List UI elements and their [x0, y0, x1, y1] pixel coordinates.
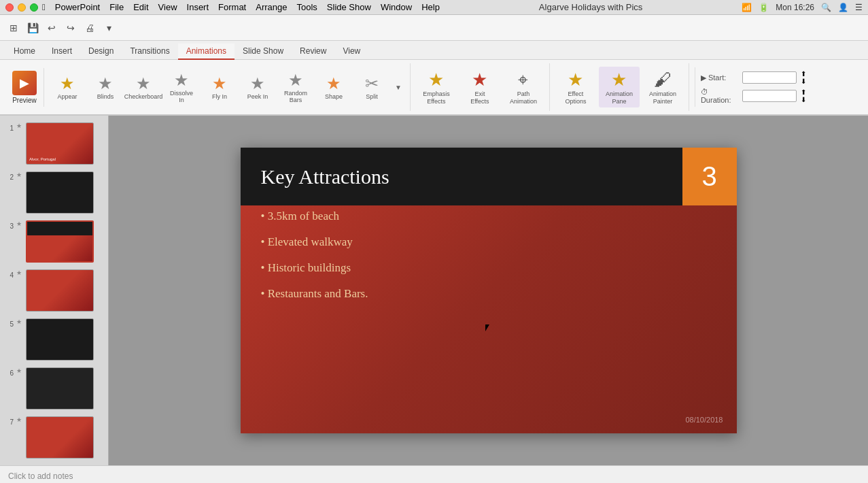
notes-area[interactable]: Click to add notes [0, 465, 868, 483]
bullet-2: Elevated walkway [261, 235, 368, 250]
tab-view[interactable]: View [334, 44, 368, 60]
main-area: 1 ★ Alvor, Portugal 2 ★ 3 ★ 4 ★ [0, 116, 868, 465]
effect-options-btn[interactable]: ★ EffectOptions [555, 67, 596, 108]
anim-randombars-btn[interactable]: ★ Random Bars [278, 69, 313, 105]
ribbon-tab-bar: Home Insert Design Transitions Animation… [0, 41, 868, 60]
slide-thumb-7[interactable]: 7 ★ [3, 415, 105, 460]
main-slide[interactable]: Key Attractions 3 3.5km of beach Elevate… [241, 148, 737, 433]
start-input[interactable] [742, 71, 797, 84]
fullscreen-button[interactable] [30, 3, 38, 12]
start-label: ▶ Start: [701, 73, 738, 82]
animation-painter-label: AnimationPainter [649, 90, 676, 105]
anim-appear-btn[interactable]: ★ Appear [50, 73, 85, 101]
start-stepper[interactable]: ⬆⬇ [801, 70, 806, 85]
document-title: Algarve Holidays with Pics [539, 2, 642, 12]
duration-row: ⏱ Duration: ⬆⬇ [701, 88, 806, 104]
dissolvein-label: Dissolve In [167, 90, 196, 103]
slide-panel: 1 ★ Alvor, Portugal 2 ★ 3 ★ 4 ★ [0, 116, 109, 465]
anim-checkerboard-btn[interactable]: ★ Checkerboard [126, 73, 161, 101]
peekin-label: Peek In [247, 93, 268, 100]
slide-img-4[interactable] [26, 269, 94, 312]
menu-file[interactable]: File [109, 2, 124, 12]
tab-design[interactable]: Design [80, 44, 122, 60]
mouse-cursor [485, 324, 493, 333]
sidebar-toggle-btn[interactable]: ⊞ [5, 20, 22, 36]
slide-img-2[interactable] [26, 171, 94, 214]
anim-scroll-down[interactable]: ▼ [392, 82, 404, 93]
canvas-area[interactable]: Key Attractions 3 3.5km of beach Elevate… [109, 116, 868, 465]
undo-btn[interactable]: ↩ [44, 20, 60, 36]
timing-group: ▶ Start: ⬆⬇ ⏱ Duration: ⬆⬇ [695, 67, 812, 107]
slide-img-5[interactable] [26, 318, 94, 361]
slide-thumb-1[interactable]: 1 ★ Alvor, Portugal [3, 121, 105, 166]
tab-insert[interactable]: Insert [44, 44, 80, 60]
preview-icon: ▶ [12, 71, 37, 95]
animation-painter-btn[interactable]: 🖌 AnimationPainter [642, 67, 683, 108]
slide-img-6[interactable] [26, 367, 94, 410]
user-icon[interactable]: 👤 [838, 3, 848, 12]
path-animation-icon: ⌖ [518, 69, 528, 90]
menu-slideshow[interactable]: Slide Show [327, 2, 371, 12]
slide-thumb-3[interactable]: 3 ★ [3, 219, 105, 264]
slide-star-5: ★ [16, 318, 23, 325]
duration-stepper[interactable]: ⬆⬇ [801, 88, 806, 103]
menu-tools[interactable]: Tools [296, 2, 317, 12]
emphasis-effects-btn[interactable]: ★ EmphasisEffects [416, 67, 457, 108]
slide-thumb-4[interactable]: 4 ★ [3, 268, 105, 313]
slide-thumb-5[interactable]: 5 ★ [3, 317, 105, 362]
tab-slideshow[interactable]: Slide Show [235, 44, 292, 60]
minimize-button[interactable] [18, 3, 26, 12]
tab-review[interactable]: Review [292, 44, 334, 60]
slide-star-2: ★ [16, 171, 23, 178]
bullet-1: 3.5km of beach [261, 209, 368, 224]
title-bar:  PowerPoint File Edit View Insert Forma… [0, 0, 868, 15]
title-bar-left:  PowerPoint File Edit View Insert Forma… [5, 2, 440, 12]
split-label: Split [366, 93, 378, 100]
search-icon[interactable]: 🔍 [821, 3, 831, 12]
bullet-3: Historic buildings [261, 261, 368, 276]
menu-powerpoint[interactable]: PowerPoint [55, 2, 100, 12]
close-button[interactable] [5, 3, 14, 12]
effect-options-label: EffectOptions [565, 90, 586, 105]
duration-label: ⏱ Duration: [701, 88, 738, 104]
apple-menu[interactable]:  [42, 2, 46, 12]
redo-btn[interactable]: ↪ [63, 20, 79, 36]
anim-shape-btn[interactable]: ★ Shape [316, 73, 351, 101]
slide-thumb-2[interactable]: 2 ★ [3, 170, 105, 215]
anim-flyin-btn[interactable]: ★ Fly In [202, 73, 237, 101]
slide-thumb-6[interactable]: 6 ★ [3, 366, 105, 411]
tab-home[interactable]: Home [5, 44, 44, 60]
menu-view[interactable]: View [158, 2, 177, 12]
slide-img-1[interactable]: Alvor, Portugal [26, 122, 94, 165]
clock: Mon 16:26 [776, 3, 814, 12]
animation-pane-btn[interactable]: ★ AnimationPane [599, 67, 640, 108]
tab-transitions[interactable]: Transitions [122, 44, 177, 60]
menu-icon[interactable]: ☰ [855, 3, 863, 12]
slide-img-3[interactable] [26, 220, 94, 263]
save-btn[interactable]: 💾 [24, 20, 41, 36]
slide-img-7[interactable] [26, 416, 94, 459]
tab-animations[interactable]: Animations [178, 44, 235, 60]
anim-peekin-btn[interactable]: ★ Peek In [240, 73, 275, 101]
anim-split-btn[interactable]: ✂ Split [354, 73, 389, 101]
duration-input[interactable] [742, 90, 797, 102]
preview-button[interactable]: ▶ Preview [5, 68, 44, 107]
menu-help[interactable]: Help [421, 2, 440, 12]
exit-effects-btn[interactable]: ★ ExitEffects [459, 67, 500, 108]
menu-edit[interactable]: Edit [133, 2, 148, 12]
slide-thumb-8[interactable]: 8 ★ [3, 464, 105, 465]
anim-blinds-btn[interactable]: ★ Blinds [88, 73, 123, 101]
slide-star-6: ★ [16, 367, 23, 374]
slide-star-1: ★ [16, 122, 23, 129]
more-btn[interactable]: ▾ [101, 20, 117, 36]
slide-num-3: 3 [4, 223, 14, 230]
anim-dissolvein-btn[interactable]: ★ Dissolve In [164, 69, 199, 105]
blinds-icon: ★ [98, 74, 113, 93]
path-animation-btn[interactable]: ⌖ PathAnimation [503, 67, 544, 108]
menu-format[interactable]: Format [218, 2, 246, 12]
menu-insert[interactable]: Insert [187, 2, 209, 12]
print-btn[interactable]: 🖨 [82, 20, 98, 36]
menu-window[interactable]: Window [381, 2, 412, 12]
menu-arrange[interactable]: Arrange [256, 2, 287, 12]
exit-effects-label: ExitEffects [470, 90, 489, 105]
